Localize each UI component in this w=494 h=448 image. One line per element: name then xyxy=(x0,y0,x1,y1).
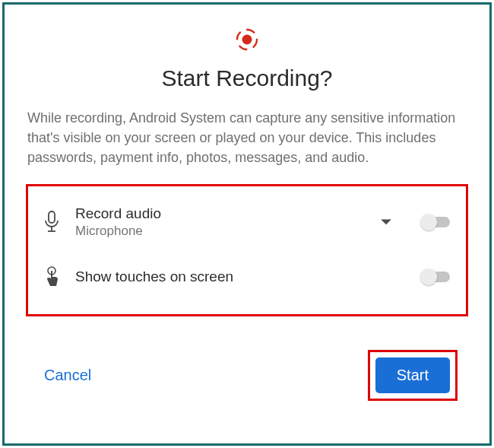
options-highlight-box: Record audio Microphone Show t xyxy=(26,184,468,316)
record-audio-toggle[interactable] xyxy=(420,213,452,231)
svg-point-1 xyxy=(242,35,252,45)
dialog-actions: Cancel Start xyxy=(26,350,468,401)
cancel-button[interactable]: Cancel xyxy=(44,367,91,384)
dialog-frame: Start Recording? While recording, Androi… xyxy=(2,2,492,446)
touch-icon xyxy=(42,265,62,288)
option-title: Show touches on screen xyxy=(75,268,407,285)
option-title: Record audio xyxy=(75,205,366,222)
dialog-body: While recording, Android System can capt… xyxy=(26,108,468,167)
record-icon-wrap xyxy=(26,27,468,52)
chevron-down-icon[interactable] xyxy=(379,215,393,229)
microphone-icon xyxy=(42,211,62,234)
record-icon xyxy=(235,27,259,52)
option-text: Show touches on screen xyxy=(75,268,407,285)
option-show-touches[interactable]: Show touches on screen xyxy=(42,253,452,300)
start-button[interactable]: Start xyxy=(375,357,450,393)
svg-rect-2 xyxy=(49,211,55,223)
option-subtitle: Microphone xyxy=(75,224,366,239)
option-text: Record audio Microphone xyxy=(75,205,366,239)
dialog-title: Start Recording? xyxy=(26,65,468,91)
option-record-audio[interactable]: Record audio Microphone xyxy=(42,199,452,246)
start-highlight-box: Start xyxy=(368,350,458,401)
show-touches-toggle[interactable] xyxy=(420,268,452,286)
